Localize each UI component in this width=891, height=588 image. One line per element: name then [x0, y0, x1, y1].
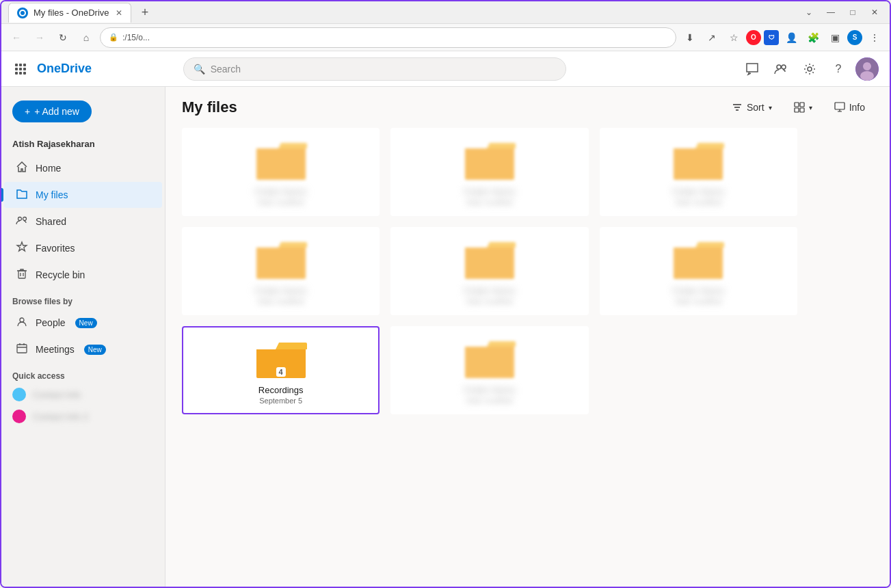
- swiftkey-extension-icon[interactable]: S: [847, 30, 862, 45]
- sidebar-item-meetings-label: Meetings: [36, 344, 75, 355]
- share-icon[interactable]: ↗: [702, 28, 721, 47]
- favorites-icon[interactable]: ☆: [724, 28, 743, 47]
- search-icon: 🔍: [194, 64, 205, 75]
- lock-icon: 🔒: [109, 33, 118, 42]
- sidebar-item-favorites[interactable]: Favorites: [4, 235, 162, 261]
- url-bar[interactable]: 🔒 :/15/o...: [100, 27, 676, 48]
- url-text: :/15/o...: [122, 33, 150, 42]
- forward-button[interactable]: →: [30, 28, 49, 47]
- app-topbar: OneDrive 🔍 Search ?: [1, 51, 890, 87]
- download-icon[interactable]: ⬇: [680, 28, 700, 47]
- sidebar-toggle-icon[interactable]: ▣: [825, 28, 845, 47]
- new-tab-button[interactable]: +: [135, 3, 155, 22]
- grid-view-icon: [794, 102, 805, 113]
- sidebar-item-recyclebin[interactable]: Recycle bin: [4, 262, 162, 288]
- browser-menu-icon[interactable]: ⋮: [865, 28, 884, 47]
- folder-icon-wrap-6: [609, 237, 788, 280]
- bitwarden-extension-icon[interactable]: 🛡: [764, 30, 779, 45]
- folder-name-4: Folder Name: [191, 286, 370, 296]
- folder-card-recordings[interactable]: 4 Recordings September 5: [182, 326, 380, 414]
- quick-access-item-1[interactable]: Contact Info: [1, 384, 165, 405]
- folder-card-2[interactable]: Folder Name Date modified: [390, 128, 588, 216]
- myfiles-icon: [15, 187, 29, 202]
- folder-card-3[interactable]: Folder Name Date modified: [600, 128, 797, 216]
- browser-tab[interactable]: My files - OneDrive ✕: [8, 3, 131, 23]
- folder-icon-wrap-1: [191, 137, 370, 181]
- info-button[interactable]: Info: [826, 98, 873, 117]
- folder-card-8[interactable]: Folder Name Date modified: [390, 326, 588, 414]
- app-layout: OneDrive 🔍 Search ?: [1, 51, 890, 587]
- folder-card-6[interactable]: Folder Name Date modified: [600, 227, 797, 315]
- title-bar-controls: ⌄ — □ ✕: [801, 4, 883, 21]
- app-grid-button[interactable]: [12, 61, 29, 77]
- svg-rect-10: [18, 271, 25, 278]
- svg-rect-12: [17, 345, 27, 353]
- sidebar-item-people-label: People: [36, 317, 66, 328]
- search-bar[interactable]: 🔍 Search: [183, 57, 566, 81]
- window-maximize-button[interactable]: □: [845, 4, 861, 21]
- svg-point-8: [18, 217, 22, 221]
- svg-point-7: [860, 71, 874, 81]
- meetings-new-badge: New: [84, 345, 106, 355]
- extensions-icon[interactable]: 🧩: [803, 28, 823, 47]
- svg-point-9: [23, 217, 27, 221]
- refresh-button[interactable]: ↻: [53, 28, 72, 47]
- folder-card-4[interactable]: Folder Name Date modified: [182, 227, 380, 315]
- feedback-icon[interactable]: [741, 57, 764, 81]
- sort-button[interactable]: Sort ▾: [723, 98, 780, 117]
- folder-date-1: Date modified: [191, 198, 370, 206]
- view-toggle-button[interactable]: ▾: [786, 98, 821, 117]
- recyclebin-icon: [15, 267, 29, 282]
- folder-date-4: Date modified: [191, 297, 370, 306]
- folder-date-6: Date modified: [609, 297, 788, 306]
- svg-point-6: [863, 62, 871, 70]
- header-actions: Sort ▾ ▾ Info: [723, 98, 873, 117]
- home-button[interactable]: ⌂: [77, 28, 96, 47]
- quick-access-item-2[interactable]: Contact Info 2: [1, 405, 165, 427]
- sidebar-item-home[interactable]: Home: [4, 155, 162, 181]
- window-dropdown-button[interactable]: ⌄: [801, 4, 817, 21]
- meetings-icon: [15, 342, 29, 357]
- svg-point-11: [20, 318, 24, 322]
- folder-name-8: Folder Name: [400, 385, 579, 395]
- title-bar: My files - OneDrive ✕ + ⌄ — □ ✕: [1, 1, 890, 24]
- folder-name-3: Folder Name: [609, 187, 788, 197]
- share-people-icon[interactable]: [769, 57, 793, 81]
- back-button[interactable]: ←: [7, 28, 26, 47]
- user-avatar[interactable]: [855, 57, 879, 81]
- shared-icon: [15, 214, 29, 229]
- folder-icon-wrap-5: [400, 237, 579, 280]
- window-close-button[interactable]: ✕: [866, 4, 883, 21]
- window-minimize-button[interactable]: —: [823, 4, 839, 21]
- title-bar-left: My files - OneDrive ✕ +: [8, 3, 795, 23]
- sidebar-item-meetings[interactable]: Meetings New: [4, 336, 162, 362]
- sidebar-item-recyclebin-label: Recycle bin: [36, 269, 85, 280]
- opera-extension-icon[interactable]: O: [746, 30, 761, 45]
- sort-icon: [732, 102, 743, 113]
- settings-icon[interactable]: [798, 57, 821, 81]
- sidebar-item-shared[interactable]: Shared: [4, 209, 162, 235]
- add-new-button[interactable]: + + Add new: [12, 101, 92, 122]
- folder-card-5[interactable]: Folder Name Date modified: [390, 227, 588, 315]
- folder-date-recordings: September 5: [191, 397, 370, 405]
- sidebar-item-myfiles[interactable]: My files: [4, 182, 162, 208]
- page-title: My files: [182, 98, 715, 116]
- content-header: My files Sort ▾ ▾ Info: [165, 87, 890, 122]
- sidebar-item-home-label: Home: [36, 163, 61, 174]
- svg-point-2: [777, 65, 781, 69]
- sort-chevron-icon: ▾: [769, 104, 772, 111]
- info-icon: [834, 102, 845, 113]
- sidebar: + + Add new Atish Rajasekharan Home: [1, 87, 165, 587]
- svg-point-4: [808, 67, 812, 71]
- add-new-label: + Add new: [34, 106, 79, 117]
- main-content: My files Sort ▾ ▾ Info: [165, 87, 890, 587]
- help-icon[interactable]: ?: [827, 57, 850, 81]
- quick-access-section-label: Quick access: [1, 363, 165, 384]
- svg-rect-16: [800, 108, 804, 112]
- sidebar-item-people[interactable]: People New: [4, 310, 162, 336]
- onedrive-logo: OneDrive: [37, 62, 92, 76]
- folder-card-1[interactable]: Folder Name Date modified: [182, 128, 380, 216]
- user-extension-icon[interactable]: 👤: [782, 28, 801, 47]
- tab-close-button[interactable]: ✕: [116, 8, 122, 18]
- browser-toolbar-icons: ⬇ ↗ ☆ O 🛡 👤 🧩 ▣ S ⋮: [680, 28, 884, 47]
